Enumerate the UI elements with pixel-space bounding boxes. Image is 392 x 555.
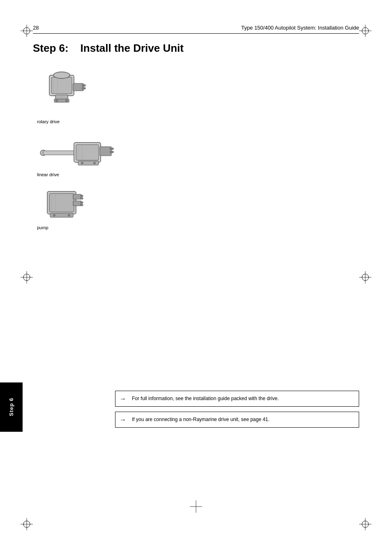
svg-rect-33	[76, 145, 99, 160]
illustrations-column: rotary drive	[33, 67, 148, 234]
svg-point-52	[68, 214, 70, 216]
rotary-drive-label: rotary drive	[37, 119, 60, 124]
svg-rect-46	[81, 195, 83, 197]
svg-rect-35	[110, 148, 113, 150]
reg-mark-bottom-center	[190, 500, 202, 514]
svg-rect-31	[43, 151, 76, 155]
svg-rect-49	[81, 204, 83, 206]
reg-mark-bottom-right	[359, 518, 371, 530]
linear-drive-item: linear drive	[33, 132, 148, 177]
svg-rect-19	[51, 77, 72, 94]
page-header: 28 Type 150/400 Autopilot System: Instal…	[33, 25, 359, 34]
content-area: rotary drive	[33, 67, 359, 234]
linear-drive-label: linear drive	[37, 172, 59, 177]
info-box-1-text: For full information, see the installati…	[132, 396, 279, 401]
svg-point-38	[81, 162, 83, 164]
svg-rect-34	[100, 147, 111, 156]
svg-rect-45	[73, 201, 81, 206]
page-number: 28	[33, 25, 39, 31]
rotary-drive-item: rotary drive	[33, 71, 148, 124]
arrow-icon-2: →	[120, 415, 126, 424]
svg-rect-21	[73, 83, 83, 91]
svg-point-51	[53, 214, 55, 216]
info-boxes-container: → For full information, see the installa…	[115, 391, 359, 428]
info-box-2-text: If you are connecting a non-Raymarine dr…	[132, 417, 270, 422]
svg-point-27	[66, 100, 68, 102]
arrow-icon-1: →	[120, 394, 126, 403]
notes-area	[148, 67, 359, 234]
svg-rect-23	[82, 88, 85, 89]
page: 28 Type 150/400 Autopilot System: Instal…	[0, 0, 392, 555]
svg-rect-44	[73, 194, 81, 199]
info-box-2: → If you are connecting a non-Raymarine …	[115, 412, 359, 428]
info-box-1: → For full information, see the installa…	[115, 391, 359, 407]
rotary-drive-illustration	[37, 71, 90, 117]
pump-item: pump	[33, 185, 148, 230]
svg-rect-22	[82, 85, 85, 86]
linear-drive-illustration	[37, 132, 119, 170]
svg-rect-36	[110, 151, 113, 153]
reg-mark-mid-left	[21, 271, 33, 283]
svg-point-20	[53, 72, 70, 78]
reg-mark-bottom-left	[21, 518, 33, 530]
svg-rect-48	[81, 202, 83, 203]
step-heading: Step 6: Install the Drive Unit	[33, 42, 359, 55]
pump-label: pump	[37, 225, 48, 230]
pump-illustration	[37, 185, 90, 223]
svg-point-26	[56, 100, 58, 102]
reg-mark-mid-right	[359, 271, 371, 283]
header-title: Type 150/400 Autopilot System: Installat…	[241, 25, 359, 31]
svg-rect-43	[49, 193, 74, 212]
svg-point-39	[94, 162, 96, 164]
svg-rect-47	[81, 198, 83, 199]
step-tab-label: Step 6	[8, 398, 14, 416]
reg-mark-top-right	[359, 25, 371, 37]
step-title: Step 6: Install the Drive Unit	[33, 42, 359, 55]
reg-mark-top-left	[21, 25, 33, 37]
step-tab: Step 6	[0, 382, 23, 432]
